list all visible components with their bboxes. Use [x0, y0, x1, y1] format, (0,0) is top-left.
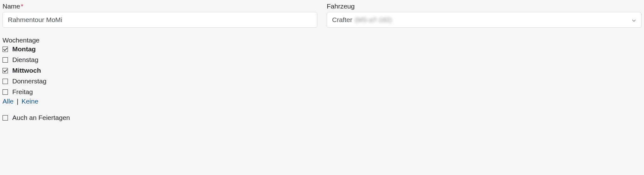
weekday-row: Dienstag	[3, 56, 641, 64]
holidays-row: Auch an Feiertagen	[3, 114, 641, 121]
vehicle-select-value-blur: (MS-aT-182)	[355, 16, 392, 24]
weekday-row: Mittwoch	[3, 67, 641, 74]
weekday-label: Montag	[12, 45, 36, 53]
select-all-link[interactable]: Alle	[3, 98, 14, 105]
weekdays-section: Wochentage MontagDienstagMittwochDonners…	[3, 37, 641, 105]
weekday-checkbox[interactable]	[3, 57, 8, 63]
weekdays-label: Wochentage	[3, 37, 641, 44]
holidays-label: Auch an Feiertagen	[12, 114, 70, 121]
weekday-row: Donnerstag	[3, 77, 641, 85]
holidays-checkbox[interactable]	[3, 115, 8, 121]
name-input[interactable]	[3, 12, 317, 28]
vehicle-select[interactable]: Crafter (MS-aT-182)	[327, 12, 641, 28]
weekday-label: Freitag	[12, 88, 33, 96]
vehicle-field-group: Fahrzeug Crafter (MS-aT-182)	[327, 3, 641, 28]
weekday-row: Freitag	[3, 88, 641, 96]
vehicle-select-value-prefix: Crafter	[332, 16, 352, 24]
weekdays-list: MontagDienstagMittwochDonnerstagFreitag	[3, 45, 641, 96]
name-field-group: Name*	[3, 3, 317, 28]
required-asterisk: *	[21, 3, 23, 10]
weekday-label: Dienstag	[12, 56, 38, 64]
weekday-checkbox[interactable]	[3, 47, 8, 52]
vehicle-select-wrapper: Crafter (MS-aT-182)	[327, 12, 641, 28]
link-separator: |	[17, 98, 18, 105]
vehicle-label: Fahrzeug	[327, 3, 641, 10]
weekday-label: Mittwoch	[12, 67, 41, 74]
select-none-link[interactable]: Keine	[21, 98, 38, 105]
weekday-checkbox[interactable]	[3, 89, 8, 95]
weekday-links: Alle | Keine	[3, 98, 641, 105]
weekday-row: Montag	[3, 45, 641, 53]
name-label: Name*	[3, 3, 317, 10]
weekday-checkbox[interactable]	[3, 68, 8, 73]
name-label-text: Name	[3, 3, 20, 10]
weekday-checkbox[interactable]	[3, 79, 8, 84]
weekday-label: Donnerstag	[12, 77, 47, 85]
holidays-section: Auch an Feiertagen	[3, 114, 641, 121]
